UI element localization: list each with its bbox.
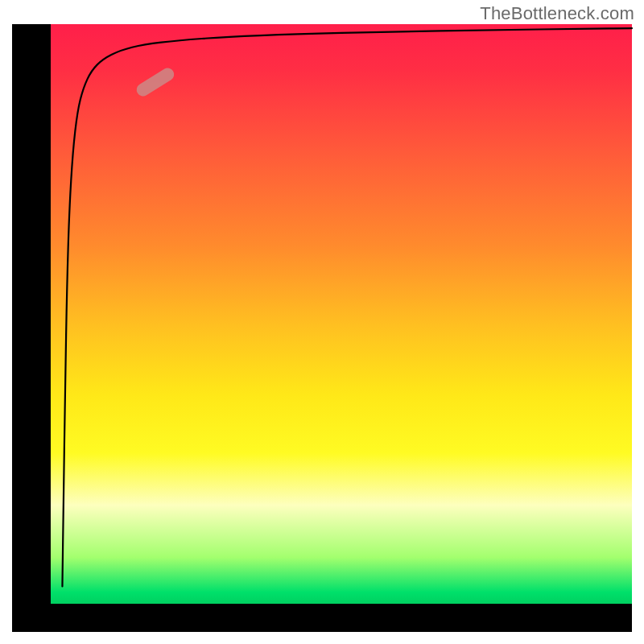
marker-blob — [134, 65, 177, 98]
plot-area — [51, 24, 632, 604]
bottleneck-curve — [62, 28, 632, 586]
curve-layer — [51, 24, 632, 604]
attribution-label: TheBottleneck.com — [480, 3, 634, 24]
chart-frame — [12, 24, 632, 632]
